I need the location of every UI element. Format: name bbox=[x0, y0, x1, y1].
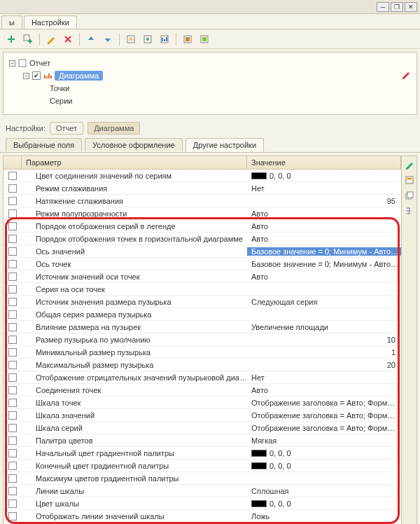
table-row[interactable]: Шкала точекОтображение заголовка = Авто;… bbox=[4, 397, 401, 409]
row-checkbox[interactable] bbox=[8, 373, 17, 382]
row-checkbox[interactable] bbox=[8, 273, 17, 281]
table-row[interactable]: Линии шкалыСплошная bbox=[4, 485, 401, 497]
row-checkbox[interactable] bbox=[8, 462, 17, 470]
add-icon[interactable] bbox=[4, 32, 18, 46]
table-row[interactable]: Натяжение сглаживания95 bbox=[4, 195, 401, 207]
tree-row-root[interactable]: − Отчет bbox=[9, 57, 411, 69]
table-row[interactable]: Минимальный размер пузырька1 bbox=[4, 346, 401, 359]
table-row[interactable]: Начальный цвет градиентной палитры0, 0, … bbox=[4, 447, 401, 460]
table-row[interactable]: Соединения точекАвто bbox=[4, 384, 401, 397]
row-checkbox[interactable] bbox=[8, 260, 17, 268]
value-cell[interactable]: Авто bbox=[247, 209, 401, 218]
table-row[interactable]: Серия на оси точек bbox=[4, 283, 401, 296]
close-button[interactable]: ✕ bbox=[405, 2, 417, 12]
column-header-param[interactable]: Параметр bbox=[22, 156, 247, 169]
grid-body[interactable]: Цвет соединения значений по сериям0, 0, … bbox=[4, 170, 401, 524]
value-cell[interactable]: 0, 0, 0 bbox=[247, 462, 401, 470]
collapse-icon[interactable]: − bbox=[9, 60, 15, 67]
table-row[interactable]: Максимальный размер пузырька20 bbox=[4, 359, 401, 371]
crumb-report[interactable]: Отчет bbox=[50, 122, 83, 135]
add-sub-icon[interactable] bbox=[21, 32, 35, 46]
crumb-chart[interactable]: Диаграмма bbox=[88, 122, 140, 135]
table-row[interactable]: Палитра цветовМягкая bbox=[4, 434, 401, 447]
move-up-icon[interactable] bbox=[84, 32, 98, 46]
table-row[interactable]: Отображать линии значений шкалыЛожь bbox=[4, 510, 401, 523]
value-cell[interactable]: 95 bbox=[247, 197, 401, 205]
tab-settings-main[interactable]: Настройки bbox=[24, 15, 77, 29]
row-checkbox[interactable] bbox=[8, 361, 17, 369]
table-row[interactable]: Порядок отображения точек в горизонтальн… bbox=[4, 233, 401, 245]
settings-grid[interactable]: Параметр Значение Цвет соединения значен… bbox=[4, 156, 401, 524]
row-checkbox[interactable] bbox=[8, 348, 17, 357]
side-edit-icon[interactable] bbox=[404, 159, 415, 170]
value-cell[interactable]: Сплошная bbox=[247, 487, 401, 495]
row-checkbox[interactable] bbox=[8, 310, 17, 319]
edit-icon[interactable] bbox=[44, 32, 58, 46]
value-cell[interactable]: Ложь bbox=[247, 512, 401, 520]
value-cell[interactable]: Следующая серия bbox=[247, 298, 401, 306]
row-checkbox[interactable] bbox=[8, 323, 17, 331]
row-checkbox[interactable] bbox=[8, 399, 17, 407]
minimize-button[interactable]: ─ bbox=[377, 2, 389, 12]
value-cell[interactable]: Базовое значение = 0; Минимум - Авто… bbox=[247, 260, 401, 268]
table-row[interactable]: Порядок отображения серий в легендеАвто bbox=[4, 220, 401, 233]
table-row[interactable]: Цвет шкалы0, 0, 0 bbox=[4, 497, 401, 510]
side-tree-icon[interactable] bbox=[404, 205, 415, 216]
value-cell[interactable]: Авто bbox=[247, 386, 401, 394]
value-cell[interactable]: Нет bbox=[247, 373, 401, 382]
row-checkbox[interactable] bbox=[8, 298, 17, 306]
value-cell[interactable]: Увеличение площади bbox=[247, 323, 401, 331]
structure-tree[interactable]: − Отчет − Диаграмма Точки Серии bbox=[3, 52, 417, 115]
value-cell[interactable]: Базовое значение = 0; Минимум - Авто… bbox=[247, 247, 401, 256]
tree-row-chart[interactable]: − Диаграмма bbox=[9, 69, 411, 82]
side-copy-icon[interactable] bbox=[404, 190, 415, 201]
row-checkbox[interactable] bbox=[8, 512, 17, 520]
move-down-icon[interactable] bbox=[101, 32, 115, 46]
table-row[interactable]: Цвет соединения значений по сериям0, 0, … bbox=[4, 170, 401, 182]
table-row[interactable]: Шкала значенийОтображение заголовка = Ав… bbox=[4, 409, 401, 422]
table-row[interactable]: Размер пузырька по умолчанию10 bbox=[4, 333, 401, 346]
tab-other-settings[interactable]: Другие настройки bbox=[186, 138, 264, 152]
tool5-icon[interactable] bbox=[197, 32, 211, 46]
row-checkbox[interactable] bbox=[8, 197, 17, 205]
tool2-icon[interactable] bbox=[141, 32, 155, 46]
row-checkbox[interactable] bbox=[8, 449, 17, 457]
table-row[interactable]: Конечный цвет градиентной палитры0, 0, 0 bbox=[4, 460, 401, 472]
row-checkbox[interactable] bbox=[8, 285, 17, 294]
tab-truncated[interactable]: ы bbox=[1, 15, 22, 29]
table-row[interactable]: Влияние размера на пузырекУвеличение пло… bbox=[4, 321, 401, 333]
column-header-check[interactable] bbox=[4, 156, 22, 169]
value-cell[interactable]: 20 bbox=[247, 361, 401, 369]
value-cell[interactable]: 0, 0, 0 bbox=[247, 172, 401, 180]
value-cell[interactable]: Отображение заголовка = Авто; Форм… bbox=[247, 411, 401, 420]
table-row[interactable]: Режим сглаживанияНет bbox=[4, 182, 401, 195]
row-checkbox[interactable] bbox=[8, 487, 17, 495]
value-cell[interactable]: 10 bbox=[247, 336, 401, 344]
value-cell[interactable]: Авто bbox=[247, 273, 401, 281]
tool3-icon[interactable] bbox=[158, 32, 172, 46]
value-cell[interactable]: 1 bbox=[247, 348, 401, 357]
tab-conditional-format[interactable]: Условное оформление bbox=[85, 138, 182, 152]
tool4-icon[interactable] bbox=[181, 32, 195, 46]
value-cell[interactable]: Нет bbox=[247, 184, 401, 193]
row-checkbox[interactable] bbox=[8, 474, 17, 483]
tree-edit-icon[interactable] bbox=[401, 69, 411, 79]
side-props-icon[interactable] bbox=[404, 174, 415, 186]
tab-selected-fields[interactable]: Выбранные поля bbox=[6, 138, 82, 152]
table-row[interactable]: Режим полупрозрачностиАвто bbox=[4, 207, 401, 220]
row-checkbox[interactable] bbox=[8, 336, 17, 344]
value-cell[interactable]: 0, 0, 0 bbox=[247, 449, 401, 457]
table-row[interactable]: Шкала серийОтображение заголовка = Авто;… bbox=[4, 422, 401, 434]
table-row[interactable]: Отображение отрицательных значений пузыр… bbox=[4, 371, 401, 384]
maximize-button[interactable]: ❐ bbox=[391, 2, 403, 12]
table-row[interactable]: Ось точекБазовое значение = 0; Минимум -… bbox=[4, 258, 401, 270]
table-row[interactable]: Источник значения размера пузырькаСледую… bbox=[4, 296, 401, 308]
row-checkbox[interactable] bbox=[8, 209, 17, 218]
table-row[interactable]: Максимум цветов градиентной палитры bbox=[4, 472, 401, 485]
value-cell[interactable]: Отображение заголовка = Авто; Форм… bbox=[247, 424, 401, 432]
row-checkbox[interactable] bbox=[8, 386, 17, 394]
collapse-icon[interactable]: − bbox=[23, 73, 29, 79]
row-checkbox[interactable] bbox=[8, 411, 17, 420]
row-checkbox[interactable] bbox=[8, 424, 17, 432]
table-row[interactable]: Общая серия размера пузырька bbox=[4, 308, 401, 321]
